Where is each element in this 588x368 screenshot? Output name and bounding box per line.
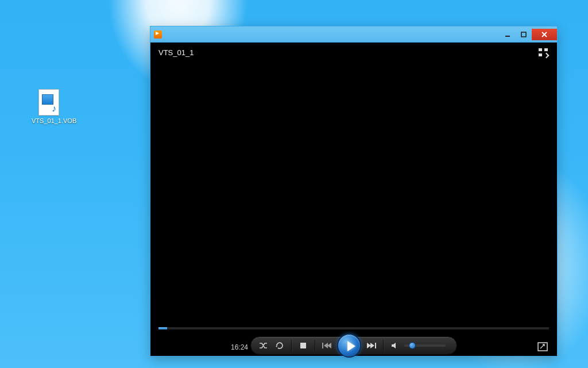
repeat-icon (275, 342, 284, 350)
desktop-file-vob[interactable]: VTS_01_1.VOB (32, 89, 66, 124)
svg-rect-2 (300, 343, 306, 348)
shuffle-icon (259, 342, 268, 350)
minimize-button[interactable] (500, 29, 516, 40)
seek-progress (158, 327, 167, 329)
app-icon (154, 30, 162, 39)
seek-bar[interactable] (158, 327, 549, 329)
svg-rect-4 (375, 343, 376, 348)
next-icon (367, 342, 376, 349)
video-area[interactable]: VTS_01_1 16:24 (150, 43, 557, 356)
maximize-icon (521, 32, 527, 37)
svg-rect-5 (538, 343, 547, 351)
separator (383, 340, 384, 351)
playback-controls (250, 336, 457, 355)
mute-button[interactable] (388, 339, 402, 352)
previous-button[interactable] (320, 339, 334, 352)
video-file-icon (38, 89, 59, 116)
now-playing-label: VTS_01_1 (158, 48, 194, 57)
fullscreen-icon (537, 342, 548, 351)
titlebar[interactable] (150, 26, 557, 43)
fullscreen-button[interactable] (537, 342, 548, 351)
media-player-window: VTS_01_1 16:24 (150, 26, 558, 356)
mute-icon (391, 342, 399, 349)
shuffle-button[interactable] (257, 339, 270, 352)
maximize-button[interactable] (516, 29, 532, 40)
svg-rect-1 (521, 32, 526, 37)
svg-rect-3 (322, 343, 323, 348)
separator (291, 340, 292, 351)
previous-icon (322, 342, 331, 349)
repeat-button[interactable] (273, 339, 287, 352)
volume-thumb[interactable] (409, 342, 416, 349)
svg-rect-0 (505, 36, 510, 37)
desktop-file-label: VTS_01_1.VOB (32, 117, 66, 124)
stop-button[interactable] (296, 339, 310, 352)
next-button[interactable] (365, 339, 378, 352)
close-button[interactable] (532, 29, 557, 40)
switch-to-library-button[interactable] (539, 48, 549, 57)
window-controls (500, 29, 557, 40)
play-button[interactable] (337, 334, 361, 358)
volume-slider[interactable] (404, 344, 446, 347)
separator (315, 340, 315, 351)
minimize-icon (505, 32, 510, 37)
desktop[interactable]: VTS_01_1.VOB VTS_01_1 (0, 0, 588, 368)
stop-icon (300, 342, 307, 349)
close-icon (541, 31, 548, 38)
elapsed-time: 16:24 (231, 343, 248, 351)
